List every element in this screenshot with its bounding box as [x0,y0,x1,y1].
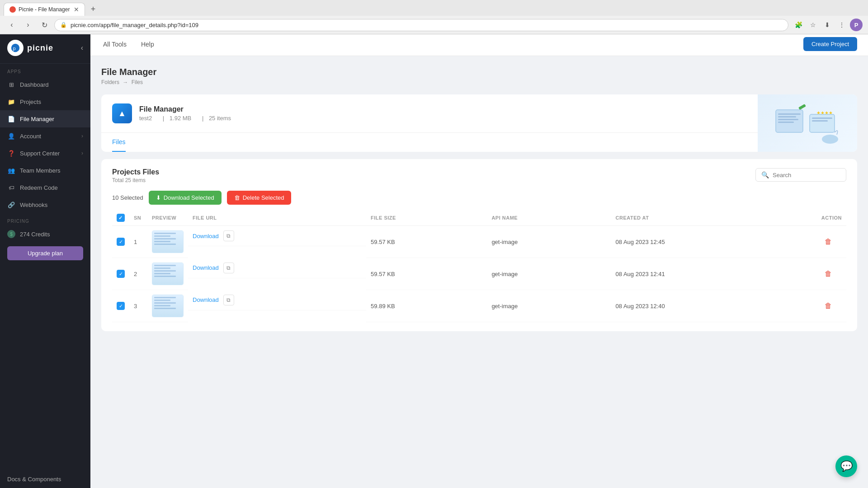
sidebar-item-webhooks[interactable]: 🔗 Webhooks [0,196,90,213]
svg-rect-8 [812,117,832,119]
back-button[interactable]: ‹ [5,19,18,31]
files-section: Projects Files Total 25 items 🔍 10 Selec… [101,159,857,331]
download-link-2[interactable]: Download [193,296,219,303]
copy-url-button-1[interactable]: ⧉ [223,263,234,273]
reload-button[interactable]: ↻ [38,19,51,31]
upgrade-plan-button[interactable]: Upgrade plan [7,246,83,260]
delete-row-button-1[interactable]: 🗑 [821,267,835,281]
sidebar-item-dashboard[interactable]: ⊞ Dashboard [0,76,90,93]
breadcrumb-files: Files [132,79,143,85]
chat-bubble-button[interactable]: 💬 [835,455,857,477]
row-action-cell-2: 🗑 [817,290,846,322]
sidebar-item-account[interactable]: 👤 Account › [0,127,90,145]
delete-row-button-0[interactable]: 🗑 [821,235,835,249]
delete-row-button-2[interactable]: 🗑 [821,299,835,313]
fm-items-count: 25 items [209,115,231,122]
sidebar-item-projects[interactable]: 📁 Projects [0,93,90,110]
delete-selected-button[interactable]: 🗑 Delete Selected [227,191,292,205]
download-link-1[interactable]: Download [193,264,219,271]
search-icon: 🔍 [761,171,769,178]
menu-icon[interactable]: ⋮ [835,19,848,31]
main-content: All Tools Help Create Project File Manag… [90,33,868,488]
toolbar-icons: 🧩 ☆ ⬇ ⋮ P [792,19,863,31]
preview-thumbnail-2 [152,295,184,317]
row-sn-0: 1 [129,226,147,258]
copy-url-button-0[interactable]: ⧉ [223,230,234,241]
tab-files[interactable]: Files [112,133,126,152]
files-table-body: 1 Download ⧉ 59.57 KB get-image 08 Aug 2… [112,226,846,322]
sidebar-collapse-button[interactable]: ‹ [81,44,83,52]
row-checkbox-0[interactable] [117,238,125,246]
sidebar-item-label-fm: File Manager [20,116,83,122]
download-manager-icon[interactable]: ⬇ [821,19,834,31]
master-checkbox[interactable] [117,214,125,222]
fm-tabs: Files [101,132,857,152]
copy-url-button-2[interactable]: ⧉ [223,295,234,305]
browser-tab[interactable]: Picnie - File Manager ✕ [4,3,85,16]
svg-rect-5 [778,119,798,120]
tab-favicon [9,6,16,13]
search-input[interactable] [773,172,840,178]
fm-illustration: ★★★★ [758,94,857,152]
row-file-url-2: Download ⧉ [188,290,366,310]
row-checkbox-cell [112,226,129,258]
row-file-size-2: 59.89 KB [366,290,487,322]
projects-icon: 📁 [7,98,15,106]
tab-label: Picnie - File Manager [19,6,70,13]
sidebar-item-redeem[interactable]: 🏷 Redeem Code [0,179,90,196]
selected-count: 10 Selected [112,194,143,201]
breadcrumb-separator: → [123,79,128,85]
svg-rect-3 [778,113,801,115]
files-table: SN PREVIEW FILE URL FILE SIZE [112,210,846,322]
tab-bar: Picnie - File Manager ✕ + [0,0,868,16]
svg-rect-7 [810,114,835,132]
support-chevron-icon: › [81,150,83,156]
all-tools-link[interactable]: All Tools [101,41,128,48]
row-checkbox-1[interactable] [117,270,125,278]
bookmark-icon[interactable]: ☆ [807,19,819,31]
download-link-0[interactable]: Download [193,233,219,239]
sidebar-item-label-support: Support Center [20,150,77,157]
th-api-name: API NAME [487,210,611,226]
row-sn-1: 2 [129,258,147,290]
row-api-name-2: get-image [487,290,611,322]
row-checkbox-cell [112,290,129,322]
row-action-cell-1: 🗑 [817,258,846,290]
preview-thumbnail-1 [152,263,184,285]
row-created-at-1: 08 Aug 2023 12:41 [611,258,817,290]
sidebar-item-team[interactable]: 👥 Team Members [0,162,90,179]
profile-avatar[interactable]: P [850,19,863,31]
page-header: File Manager Folders → Files [101,67,857,85]
new-tab-button[interactable]: + [87,3,99,16]
url-bar[interactable]: 🔒 picnie.com/app/file_manager_details.ph… [54,19,788,31]
table-row: 1 Download ⧉ 59.57 KB get-image 08 Aug 2… [112,226,846,258]
row-file-size-0: 59.57 KB [366,226,487,258]
page-title: File Manager [101,67,156,77]
breadcrumb-folders-link[interactable]: Folders [101,79,119,85]
team-icon: 👥 [7,166,15,174]
url-text: picnie.com/app/file_manager_details.php?… [71,22,198,28]
svg-text:p: p [13,46,16,51]
sidebar-item-support[interactable]: ❓ Support Center › [0,145,90,162]
selection-bar: 10 Selected ⬇ Download Selected 🗑 Delete… [112,191,846,205]
account-icon: 👤 [7,132,15,140]
row-checkbox-2[interactable] [117,302,125,310]
sidebar-docs-link[interactable]: Docs & Components [0,470,90,488]
row-preview-0 [147,226,188,258]
fm-folder: test2 [139,115,152,122]
sidebar-item-file-manager[interactable]: 📄 File Manager [0,110,90,127]
sidebar-item-label-webhooks: Webhooks [20,202,83,208]
create-project-button[interactable]: Create Project [803,37,857,51]
file-manager-card: ▲ File Manager test2 | 1.92 MB | 25 item… [101,94,857,152]
download-selected-button[interactable]: ⬇ Download Selected [149,191,222,205]
webhooks-icon: 🔗 [7,201,15,209]
fm-info: File Manager test2 | 1.92 MB | 25 items [139,105,236,122]
forward-button[interactable]: › [22,19,34,31]
row-created-at-0: 08 Aug 2023 12:45 [611,226,817,258]
row-api-name-1: get-image [487,258,611,290]
svg-rect-4 [778,116,796,117]
tab-close-button[interactable]: ✕ [74,6,79,13]
help-link[interactable]: Help [139,41,156,48]
top-nav: All Tools Help Create Project [90,33,868,56]
extensions-icon[interactable]: 🧩 [792,19,805,31]
